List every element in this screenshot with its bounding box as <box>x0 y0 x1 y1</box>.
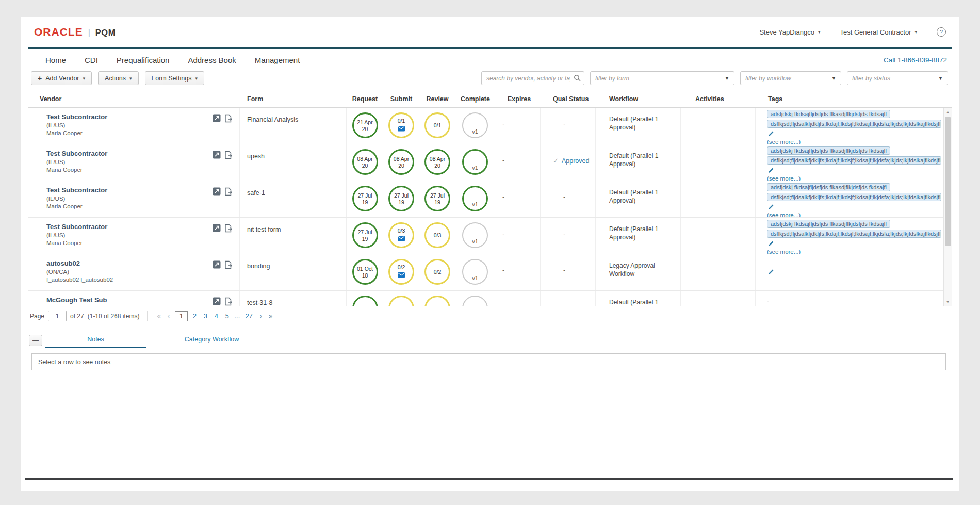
complete-status-circle[interactable]: v1 <box>462 112 488 138</box>
complete-status-circle[interactable]: v1 <box>462 186 488 211</box>
vendor-name-link[interactable]: Test Subcontractor <box>46 223 107 231</box>
stage-date-text: 01 Oct <box>357 266 373 272</box>
document-export-icon[interactable] <box>224 297 232 306</box>
table-row[interactable]: Test Subcontractor(IL/US)Maria Coopersaf… <box>28 181 943 218</box>
submit-status-circle[interactable]: 08 Apr20 <box>388 149 414 175</box>
page-link-2[interactable]: 2 <box>191 313 199 320</box>
request-status-circle[interactable]: 01 Oct18 <box>352 259 378 285</box>
document-pdf-icon[interactable] <box>213 224 221 233</box>
document-export-icon[interactable] <box>224 151 232 159</box>
vendor-name-link[interactable]: Test Subcontractor <box>46 113 107 121</box>
document-pdf-icon[interactable] <box>213 297 221 306</box>
document-export-icon[interactable] <box>224 114 232 123</box>
table-row[interactable]: McGough Test Sub(MN/US)test-31-831 Aug0/… <box>28 291 943 306</box>
vendor-name-link[interactable]: Test Subcontractor <box>46 186 107 194</box>
user-menu[interactable]: Steve YapDiangco ▾ <box>759 28 820 36</box>
caret-down-icon: ▾ <box>129 76 132 81</box>
submit-status-circle[interactable]: 0/2 <box>388 259 414 285</box>
nav-item-management[interactable]: Management <box>255 56 300 64</box>
edit-pencil-icon[interactable] <box>767 240 774 249</box>
submit-status-circle[interactable]: 0/1 <box>388 112 414 138</box>
vendor-name-link[interactable]: McGough Test Sub <box>46 296 107 304</box>
complete-status-circle[interactable]: v1 <box>462 149 488 175</box>
call-phone-link[interactable]: Call 1-866-839-8872 <box>884 56 947 64</box>
request-status-circle[interactable]: 31 Aug <box>352 296 378 306</box>
mail-icon[interactable] <box>398 234 405 243</box>
form-name: upesh <box>240 144 347 181</box>
table-vertical-scrollbar[interactable]: ▲▼ <box>943 108 952 306</box>
table-row[interactable]: Test Subcontractor(IL/US)Maria Coopernit… <box>28 218 943 254</box>
see-more-link[interactable]: (see more...) <box>767 175 941 181</box>
collapse-panel-button[interactable]: — <box>29 335 42 346</box>
document-pdf-icon[interactable] <box>213 114 221 123</box>
nav-item-address-book[interactable]: Address Book <box>188 56 236 64</box>
review-status-circle[interactable]: 0/2 <box>424 259 450 285</box>
page-link-4[interactable]: 4 <box>213 313 220 320</box>
submit-status-circle[interactable]: 0/3 <box>388 296 414 306</box>
see-more-link[interactable]: (see more...) <box>767 139 941 144</box>
next-page-button[interactable]: › <box>258 312 264 320</box>
search-icon[interactable] <box>574 74 581 84</box>
review-status-circle[interactable]: 0/3 <box>424 222 450 248</box>
vendor-name-link[interactable]: Test Subcontractor <box>46 150 107 157</box>
document-export-icon[interactable] <box>224 187 232 196</box>
column-header-vendor: Vendor <box>28 90 240 107</box>
first-page-button[interactable]: « <box>155 312 162 320</box>
review-status-circle[interactable]: 0/1 <box>424 112 450 138</box>
actions-button[interactable]: Actions ▾ <box>98 71 139 85</box>
document-pdf-icon[interactable] <box>213 187 221 196</box>
form-settings-button[interactable]: Form Settings ▾ <box>145 71 204 85</box>
page-link-27[interactable]: 27 <box>243 313 255 320</box>
add-vendor-button[interactable]: + Add Vendor ▾ <box>31 71 92 85</box>
request-status-circle[interactable]: 27 Jul19 <box>352 222 378 248</box>
vendor-name-link[interactable]: autosub02 <box>46 259 80 267</box>
nav-item-cdi[interactable]: CDI <box>85 56 98 64</box>
help-icon[interactable]: ? <box>937 27 946 37</box>
scrollbar-thumb[interactable] <box>945 117 951 246</box>
submit-status-circle[interactable]: 0/3 <box>388 222 414 248</box>
complete-status-circle[interactable]: v1 <box>462 259 488 285</box>
page-link-5[interactable]: 5 <box>223 313 231 320</box>
review-status-circle[interactable]: 0/3 <box>424 296 450 306</box>
search-input[interactable] <box>481 71 584 85</box>
submit-status-circle[interactable]: 27 Jul19 <box>388 186 414 211</box>
review-status-circle[interactable]: 27 Jul19 <box>424 186 450 211</box>
mail-icon[interactable] <box>398 271 405 280</box>
scroll-down-arrow-icon[interactable]: ▼ <box>944 298 952 306</box>
tab-notes[interactable]: Notes <box>45 336 146 348</box>
table-row[interactable]: autosub02(ON/CA)f_autosub02 l_autosub02b… <box>28 254 943 291</box>
page-number-input[interactable] <box>48 311 67 321</box>
table-row[interactable]: Test Subcontractor(IL/US)Maria CooperFin… <box>28 108 943 144</box>
review-status-circle[interactable]: 08 Apr20 <box>424 149 450 175</box>
request-status-circle[interactable]: 08 Apr20 <box>352 149 378 175</box>
request-status-circle[interactable]: 21 Apr20 <box>352 112 378 138</box>
see-more-link[interactable]: (see more...) <box>767 212 941 217</box>
edit-pencil-icon[interactable] <box>767 130 774 139</box>
filter-by-workflow-select[interactable]: filter by workflow ▼ <box>740 71 841 85</box>
see-more-link[interactable]: (see more...) <box>767 249 941 254</box>
mail-icon[interactable] <box>398 124 405 134</box>
table-row[interactable]: Test Subcontractor(IL/US)Maria Cooperupe… <box>28 144 943 181</box>
complete-status-circle[interactable]: v1 <box>462 296 488 306</box>
page-link-current[interactable]: 1 <box>175 311 188 321</box>
edit-pencil-icon[interactable] <box>767 167 774 176</box>
scroll-up-arrow-icon[interactable]: ▲ <box>944 108 952 116</box>
nav-item-prequalification[interactable]: Prequalification <box>117 56 170 64</box>
complete-status-circle[interactable]: v1 <box>462 222 488 248</box>
edit-pencil-icon[interactable] <box>767 203 774 213</box>
page-link-3[interactable]: 3 <box>202 313 209 320</box>
document-export-icon[interactable] <box>224 224 232 233</box>
tab-category-workflow[interactable]: Category Workflow <box>161 336 262 348</box>
last-page-button[interactable]: » <box>267 312 274 320</box>
filter-by-status-select[interactable]: filter by status ▼ <box>847 71 948 85</box>
filter-by-form-select[interactable]: filter by form ▼ <box>590 71 734 85</box>
document-export-icon[interactable] <box>224 260 232 269</box>
document-pdf-icon[interactable] <box>213 260 221 269</box>
document-pdf-icon[interactable] <box>213 151 221 159</box>
prev-page-button[interactable]: ‹ <box>166 312 171 320</box>
nav-item-home[interactable]: Home <box>45 56 66 64</box>
company-menu[interactable]: Test General Contractor ▾ <box>840 28 917 36</box>
edit-pencil-icon[interactable] <box>767 268 774 278</box>
complete-stage-cell: v1 <box>455 108 495 144</box>
request-status-circle[interactable]: 27 Jul19 <box>352 186 378 211</box>
